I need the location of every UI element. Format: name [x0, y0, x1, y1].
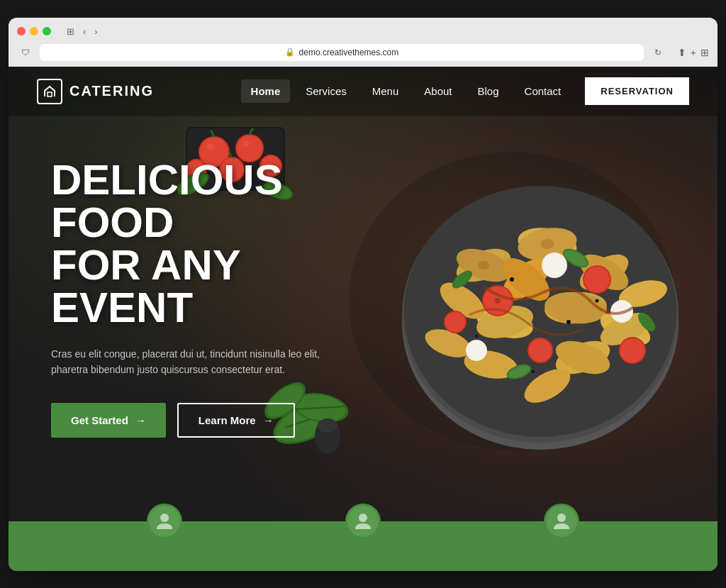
get-started-label: Get Started: [71, 414, 128, 426]
learn-more-button[interactable]: Learn More →: [177, 403, 295, 438]
avatar-1: [147, 504, 182, 539]
svg-point-51: [566, 320, 571, 324]
logo-text: CATERING: [69, 83, 154, 99]
avatar-3: [544, 504, 579, 539]
sidebar-toggle-button[interactable]: ⊞: [64, 25, 77, 38]
website-content: CATERING Home Services Menu About Blog C…: [9, 67, 717, 571]
grid-button[interactable]: ⊞: [700, 47, 709, 58]
site-logo[interactable]: CATERING: [37, 79, 154, 104]
url-text: demo.creativethemes.com: [299, 48, 399, 57]
svg-point-53: [596, 299, 599, 302]
nav-home[interactable]: Home: [241, 79, 291, 103]
fullscreen-button[interactable]: [43, 27, 51, 35]
shield-icon: 🛡: [17, 48, 34, 57]
svg-point-6: [478, 261, 489, 270]
svg-point-39: [543, 254, 566, 277]
nav-about[interactable]: About: [414, 79, 462, 103]
hero-content: DELICIOUS FOOD FOR ANY EVENT Cras eu eli…: [9, 116, 377, 467]
svg-point-33: [529, 339, 552, 362]
svg-point-86: [359, 514, 367, 522]
svg-point-52: [532, 370, 535, 373]
arrow-icon-2: →: [263, 414, 274, 426]
browser-actions: ⬆ + ⊞: [678, 47, 709, 58]
share-button[interactable]: ⬆: [678, 47, 686, 58]
get-started-button[interactable]: Get Started →: [51, 403, 166, 438]
svg-point-35: [445, 312, 465, 332]
address-bar[interactable]: 🔒 demo.creativethemes.com: [40, 44, 644, 61]
hero-title-line1: DELICIOUS FOOD: [51, 156, 283, 246]
minimize-button[interactable]: [30, 27, 38, 35]
svg-point-50: [510, 277, 514, 282]
bottom-bar-circles: [9, 504, 717, 539]
logo-icon: [37, 79, 62, 104]
food-bowl-image: [328, 102, 696, 471]
lock-icon: 🔒: [285, 48, 295, 57]
close-button[interactable]: [17, 27, 26, 35]
hero-section: CATERING Home Services Menu About Blog C…: [9, 67, 717, 521]
svg-point-85: [160, 514, 169, 522]
back-button[interactable]: ‹: [80, 25, 89, 38]
navigation: CATERING Home Services Menu About Blog C…: [9, 67, 717, 116]
svg-point-43: [467, 341, 486, 360]
bottom-bar: [9, 521, 717, 571]
reservation-button[interactable]: RESERVATION: [585, 77, 689, 105]
nav-links: Home Services Menu About Blog Contact: [241, 79, 571, 103]
browser-window: ⊞ ‹ › 🛡 🔒 demo.creativethemes.com ↻ ⬆ + …: [9, 18, 717, 571]
svg-point-54: [475, 335, 478, 338]
svg-point-37: [620, 338, 644, 362]
browser-chrome: ⊞ ‹ › 🛡 🔒 demo.creativethemes.com ↻ ⬆ + …: [9, 18, 717, 67]
svg-point-9: [541, 239, 554, 249]
new-tab-button[interactable]: +: [691, 47, 696, 58]
nav-menu[interactable]: Menu: [362, 79, 409, 103]
svg-point-29: [495, 298, 501, 304]
learn-more-label: Learn More: [199, 414, 256, 426]
nav-blog[interactable]: Blog: [468, 79, 509, 103]
reload-icon[interactable]: ↻: [649, 48, 666, 57]
browser-controls: ⊞ ‹ ›: [64, 25, 101, 38]
svg-point-87: [557, 514, 566, 522]
hero-title-line2: FOR ANY EVENT: [51, 241, 240, 331]
hero-buttons: Get Started → Learn More →: [51, 403, 335, 438]
hero-subtitle: Cras eu elit congue, placerat dui ut, ti…: [51, 346, 335, 378]
hero-title: DELICIOUS FOOD FOR ANY EVENT: [51, 159, 335, 329]
svg-point-31: [584, 267, 610, 292]
traffic-lights: [17, 27, 51, 35]
nav-services[interactable]: Services: [296, 79, 357, 103]
avatar-2: [345, 504, 381, 539]
nav-contact[interactable]: Contact: [515, 79, 571, 103]
forward-button[interactable]: ›: [91, 25, 100, 38]
svg-rect-84: [48, 92, 52, 96]
arrow-icon: →: [135, 414, 146, 426]
